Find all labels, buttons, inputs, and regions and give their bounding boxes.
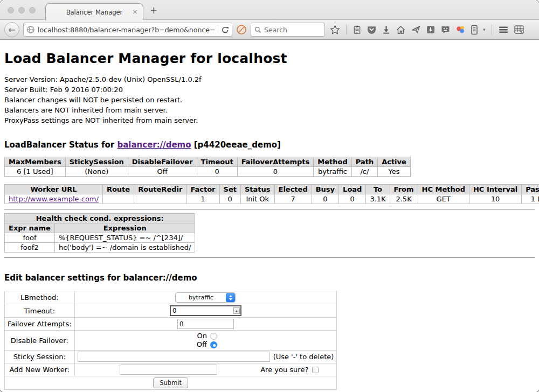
col-disablefailover: DisableFailover — [128, 157, 197, 167]
send-plane-icon[interactable] — [411, 25, 421, 34]
col-timeout: Timeout — [197, 157, 237, 167]
number-spinner-icon[interactable] — [233, 307, 240, 314]
are-you-sure-checkbox[interactable] — [312, 367, 319, 373]
col-factor: Factor — [186, 185, 219, 194]
back-arrow-icon: ← — [8, 25, 15, 35]
health-table-title: Health check cond. expressions: — [5, 214, 195, 223]
url-separator — [218, 25, 218, 34]
url-bar[interactable] — [23, 23, 232, 37]
minimize-window-button[interactable] — [18, 7, 25, 13]
bookmark-star-icon[interactable] — [330, 25, 340, 35]
add-worker-input[interactable] — [120, 365, 217, 375]
form-row-failover: Failover Attempts: — [5, 318, 337, 331]
search-bar[interactable] — [251, 23, 325, 37]
toolbar-separator — [346, 24, 347, 35]
col-worker-url: Worker URL — [5, 185, 103, 194]
table-row: foof2 hc('body') =~ /domain is establish… — [5, 243, 195, 253]
downloads-icon[interactable] — [382, 25, 391, 34]
search-input[interactable] — [264, 26, 321, 34]
form-row-disable-failover: Disable Failover: On Off — [5, 331, 337, 351]
disable-failover-label: Disable Failover: — [5, 331, 75, 351]
color-dots-extension-icon[interactable] — [455, 25, 466, 34]
sticky-session-input[interactable] — [78, 352, 270, 362]
cell-route — [102, 194, 134, 204]
tiles-extension-icon[interactable] — [514, 25, 524, 35]
disable-failover-off-radio[interactable] — [210, 341, 217, 348]
cell-failoverattempts: 0 — [237, 167, 314, 177]
cell-method: bytraffic — [314, 167, 351, 177]
sticky-session-note: (Use '-' to delete) — [273, 353, 334, 361]
search-icon — [254, 26, 261, 33]
window-controls — [8, 7, 36, 13]
status-heading-prefix: LoadBalancer Status for — [4, 140, 117, 150]
url-input[interactable] — [38, 26, 215, 34]
lbmethod-label: LBmethod: — [5, 291, 75, 304]
device-reader-icon[interactable] — [471, 25, 478, 35]
table-header-row: Worker URL Route RouteRedir Factor Set S… — [5, 185, 539, 194]
toolbar-icons: ▾ — [330, 24, 524, 35]
col-route: Route — [102, 185, 134, 194]
col-method: Method — [314, 157, 351, 167]
back-button[interactable]: ← — [4, 22, 19, 37]
overflow-caret-icon[interactable]: ▾ — [483, 27, 486, 32]
submit-button[interactable]: Submit — [153, 377, 188, 388]
divider — [4, 209, 535, 210]
radio-on-label: On — [194, 332, 207, 340]
home-icon[interactable] — [396, 25, 406, 34]
add-worker-label: Add New Worker: — [5, 363, 75, 376]
worker-url-link[interactable]: http://www.example.com/ — [9, 195, 99, 203]
balancer-status-table: MaxMembers StickySession DisableFailover… — [4, 157, 411, 177]
cell-elected: 7 — [274, 194, 312, 204]
lbmethod-select[interactable]: bytraffic — [175, 292, 236, 303]
col-stickysession: StickySession — [65, 157, 128, 167]
edit-balancer-form: LBmethod: bytraffic Timeout: — [4, 291, 337, 390]
server-built: Server Built: Feb 9 2016 07:00:20 — [4, 85, 535, 95]
col-from: From — [390, 185, 418, 194]
col-elected: Elected — [274, 185, 312, 194]
col-set: Set — [219, 185, 240, 194]
cell-worker-url: http://www.example.com/ — [5, 194, 103, 204]
divider — [4, 257, 535, 258]
cell-status: Init Ok — [240, 194, 274, 204]
cell-expression: %{REQUEST_STATUS} =~ /^[234]/ — [54, 233, 195, 243]
reload-icon[interactable] — [221, 26, 229, 34]
cell-timeout: 0 — [197, 167, 237, 177]
col-busy: Busy — [312, 185, 338, 194]
cell-expr-name: foof2 — [5, 243, 55, 253]
form-row-lbmethod: LBmethod: bytraffic — [5, 291, 337, 304]
close-window-button[interactable] — [8, 7, 14, 13]
zoom-window-button[interactable] — [29, 7, 36, 13]
pocket-icon[interactable] — [367, 25, 377, 35]
timeout-input[interactable] — [170, 305, 241, 316]
tab-bar: Balancer Manager × + — [0, 0, 539, 20]
cell-busy: 0 — [312, 194, 338, 204]
col-to: To — [366, 185, 390, 194]
form-row-add-worker: Add New Worker: Are you sure? — [5, 363, 337, 376]
menu-hamburger-icon[interactable] — [498, 25, 509, 34]
cell-to: 3.1K — [366, 194, 390, 204]
table-row: foof %{REQUEST_STATUS} =~ /^[234]/ — [5, 233, 195, 243]
cell-active: Yes — [378, 167, 411, 177]
cell-factor: 1 — [186, 194, 219, 204]
failover-attempts-input[interactable] — [177, 319, 234, 329]
cell-expression: hc('body') =~ /domain is established/ — [54, 243, 195, 253]
form-row-sticky: Sticky Session: (Use '-' to delete) — [5, 351, 337, 363]
globe-icon[interactable] — [26, 25, 35, 34]
table-row: 6 [1 Used] (None) Off 0 0 bytraffic /c/ … — [5, 167, 411, 177]
disable-failover-on-radio[interactable] — [210, 333, 217, 340]
cell-stickysession: (None) — [65, 167, 128, 177]
content-blocker-icon[interactable] — [236, 24, 247, 35]
new-tab-button[interactable]: + — [150, 5, 157, 16]
cell-hc-interval: 10 — [469, 194, 521, 204]
balancer-demo-link[interactable]: balancer://demo — [117, 140, 191, 150]
tab-close-icon[interactable]: × — [132, 8, 138, 16]
clipboard-icon[interactable] — [353, 25, 362, 34]
tab-balancer-manager[interactable]: Balancer Manager × — [45, 3, 143, 20]
cell-path: /c/ — [351, 167, 377, 177]
save-square-icon[interactable] — [426, 25, 436, 34]
worker-status-table: Worker URL Route RouteRedir Factor Set S… — [4, 184, 539, 204]
navigation-toolbar: ← — [0, 20, 539, 40]
chat-smiley-icon[interactable] — [440, 25, 451, 34]
table-header-row: MaxMembers StickySession DisableFailover… — [5, 157, 411, 167]
status-heading-suffix: [p4420eeae_demo] — [191, 140, 281, 150]
